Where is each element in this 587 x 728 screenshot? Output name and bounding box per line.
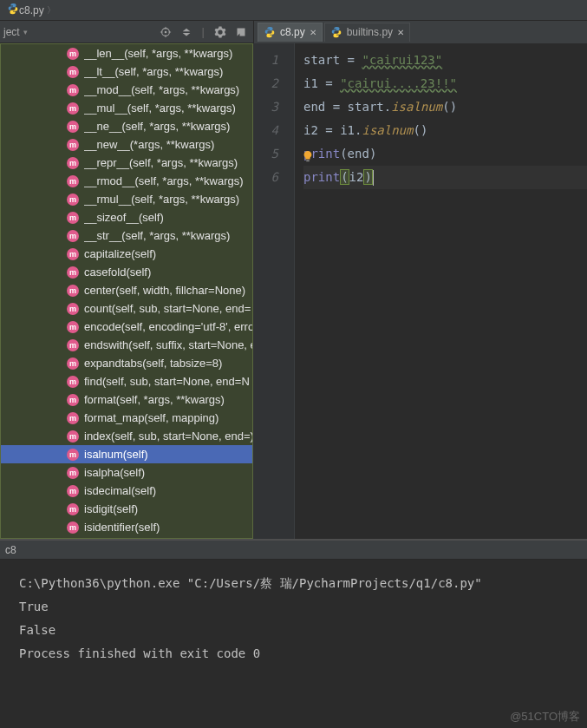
method-item[interactable]: m__repr__(self, *args, **kwargs): [1, 154, 252, 172]
method-item[interactable]: m__mul__(self, *args, **kwargs): [1, 99, 252, 117]
method-label: isdigit(self): [84, 502, 138, 515]
method-item[interactable]: mendswith(self, suffix, start=None, e: [1, 336, 252, 354]
main-area: m__len__(self, *args, **kwargs)m__lt__(s…: [0, 43, 587, 539]
method-icon: m: [67, 48, 79, 60]
output-line: Process finished with exit code 0: [19, 642, 568, 666]
method-icon: m: [67, 412, 79, 424]
code-area[interactable]: start = "cairui123" i1 = "cairui....23!!…: [295, 43, 587, 539]
output-line: C:\Python36\python.exe "C:/Users/蔡 瑞/Pyc…: [19, 572, 568, 595]
method-label: index(self, sub, start=None, end=): [84, 430, 252, 443]
method-item[interactable]: m__rmod__(self, *args, **kwargs): [1, 172, 252, 190]
method-icon: m: [67, 193, 79, 206]
method-label: __new__(*args, **kwargs): [84, 138, 214, 151]
method-label: center(self, width, fillchar=None): [84, 284, 245, 297]
gear-icon[interactable]: [213, 25, 227, 39]
line-number: 1: [253, 49, 278, 72]
code-line-5[interactable]: print(end): [303, 142, 587, 166]
method-icon: m: [67, 376, 79, 388]
method-label: __ne__(self, *args, **kwargs): [84, 120, 230, 133]
method-icon: m: [67, 84, 79, 96]
svg-point-1: [164, 30, 166, 33]
method-item[interactable]: misalpha(self): [1, 463, 252, 482]
method-item[interactable]: mexpandtabs(self, tabsize=8): [1, 354, 252, 372]
method-item[interactable]: misdigit(self): [1, 500, 252, 518]
code-line-4[interactable]: i2 = i1.isalnum(): [303, 119, 587, 142]
tab-c8-py[interactable]: c8.py ✕: [258, 23, 323, 42]
run-tab[interactable]: c8: [0, 541, 587, 560]
hide-icon[interactable]: [234, 25, 248, 39]
method-item[interactable]: mcenter(self, width, fillchar=None): [1, 281, 252, 299]
method-icon: m: [67, 212, 79, 224]
method-item[interactable]: m__mod__(self, *args, **kwargs): [1, 81, 252, 99]
code-line-6[interactable]: print(i2): [303, 166, 587, 189]
method-item[interactable]: m__rmul__(self, *args, **kwargs): [1, 190, 252, 208]
method-item[interactable]: misidentifier(self): [1, 518, 252, 536]
method-label: __repr__(self, *args, **kwargs): [84, 156, 238, 169]
method-label: expandtabs(self, tabsize=8): [84, 357, 222, 370]
method-icon: m: [67, 121, 79, 133]
code-editor[interactable]: 123456 start = "cairui123" i1 = "cairui.…: [253, 43, 587, 539]
method-item[interactable]: misdecimal(self): [1, 482, 252, 500]
title-bar: c8.py 〉: [0, 0, 587, 21]
method-item[interactable]: m__ne__(self, *args, **kwargs): [1, 117, 252, 135]
method-icon: m: [67, 449, 79, 461]
line-number: 2: [253, 72, 278, 95]
method-item[interactable]: mformat(self, *args, **kwargs): [1, 390, 252, 409]
close-icon[interactable]: ✕: [397, 28, 404, 37]
method-label: endswith(self, suffix, start=None, e: [84, 338, 252, 351]
method-item[interactable]: mcount(self, sub, start=None, end=: [1, 299, 252, 318]
code-line-1[interactable]: start = "cairui123": [303, 49, 587, 72]
method-label: __mod__(self, *args, **kwargs): [84, 83, 239, 96]
close-icon[interactable]: ✕: [310, 28, 316, 37]
line-number: 5: [253, 142, 278, 166]
code-line-3[interactable]: end = start.isalnum(): [303, 95, 587, 119]
console-output[interactable]: C:\Python36\python.exe "C:/Users/蔡 瑞/Pyc…: [0, 560, 587, 728]
method-icon: m: [67, 139, 79, 151]
output-line: False: [19, 619, 568, 642]
method-label: __rmod__(self, *args, **kwargs): [84, 174, 244, 187]
method-item[interactable]: mcasefold(self): [1, 263, 252, 281]
bulb-icon[interactable]: [302, 147, 314, 159]
method-item[interactable]: mfind(self, sub, start=None, end=N: [1, 372, 252, 390]
method-item[interactable]: m__lt__(self, *args, **kwargs): [1, 62, 252, 81]
method-item[interactable]: m__sizeof__(self): [1, 208, 252, 226]
method-item[interactable]: mencode(self, encoding='utf-8', erro: [1, 318, 252, 336]
method-label: format(self, *args, **kwargs): [84, 393, 225, 406]
method-item[interactable]: m__new__(*args, **kwargs): [1, 135, 252, 154]
method-icon: m: [67, 467, 79, 479]
run-tab-label: c8: [5, 544, 16, 556]
svg-rect-2: [306, 160, 310, 161]
project-selector[interactable]: ject ▾: [0, 26, 52, 38]
line-number: 6: [253, 166, 278, 189]
method-icon: m: [67, 339, 79, 351]
method-icon: m: [67, 66, 79, 78]
method-label: format_map(self, mapping): [84, 411, 218, 424]
method-item[interactable]: mindex(self, sub, start=None, end=): [1, 427, 252, 445]
method-icon: m: [67, 485, 79, 497]
method-item[interactable]: m__str__(self, *args, **kwargs): [1, 226, 252, 245]
method-icon: m: [67, 503, 79, 515]
method-item[interactable]: misalnum(self): [1, 445, 252, 463]
method-icon: m: [67, 357, 79, 370]
code-line-2[interactable]: i1 = "cairui....23!!": [303, 72, 587, 95]
method-label: __len__(self, *args, **kwargs): [84, 47, 232, 60]
method-item[interactable]: m__len__(self, *args, **kwargs): [1, 44, 252, 62]
method-icon: m: [67, 430, 79, 443]
method-label: casefold(self): [84, 266, 151, 279]
breadcrumb-chevron-icon: 〉: [47, 4, 55, 16]
method-item[interactable]: mcapitalize(self): [1, 245, 252, 263]
structure-panel[interactable]: m__len__(self, *args, **kwargs)m__lt__(s…: [0, 43, 253, 539]
text-cursor: [373, 170, 374, 186]
method-icon: m: [67, 394, 79, 406]
method-icon: m: [67, 230, 79, 242]
dropdown-arrow-icon: ▾: [23, 28, 28, 36]
method-label: encode(self, encoding='utf-8', erro: [84, 320, 252, 333]
collapse-all-icon[interactable]: [179, 25, 193, 39]
project-label: ject: [3, 26, 20, 38]
output-line: True: [19, 595, 568, 619]
tab-label: builtins.py: [347, 26, 393, 38]
method-icon: m: [67, 521, 79, 534]
tab-builtins-py[interactable]: builtins.py ✕: [324, 23, 410, 42]
method-item[interactable]: mformat_map(self, mapping): [1, 409, 252, 427]
target-icon[interactable]: [159, 25, 173, 39]
